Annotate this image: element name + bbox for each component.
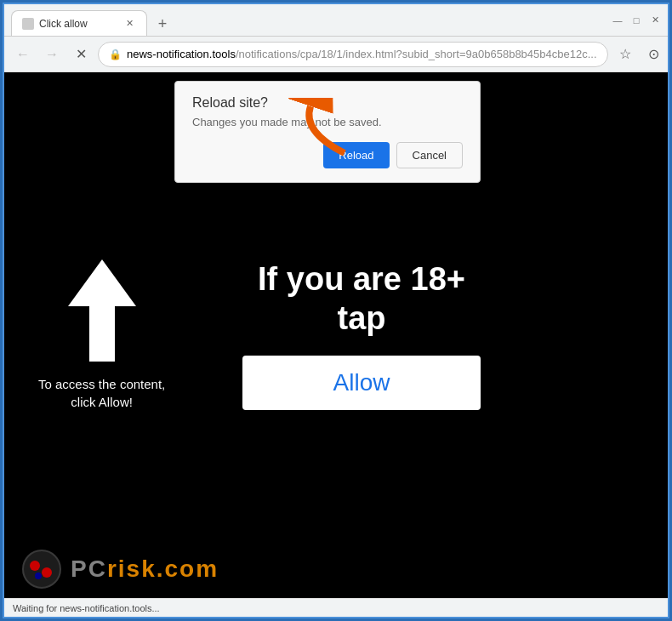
- cancel-button[interactable]: Cancel: [396, 142, 463, 168]
- reload-button[interactable]: Reload: [323, 142, 389, 168]
- forward-button[interactable]: →: [40, 43, 64, 66]
- lock-icon: 🔒: [109, 48, 122, 60]
- refresh-button[interactable]: ✕: [69, 43, 93, 66]
- tab-close-button[interactable]: ✕: [122, 17, 136, 31]
- title-bar: Click allow ✕ + — □ ✕: [4, 4, 668, 37]
- browser-window: Click allow ✕ + — □ ✕ ← → ✕ 🔒 news-notif…: [3, 3, 669, 618]
- watermark-orange: risk.com: [107, 555, 219, 582]
- svg-point-4: [35, 573, 42, 579]
- tab-favicon: [22, 18, 34, 30]
- url-text: news-notification.tools/notifications/cp…: [127, 48, 597, 60]
- up-arrow-icon: [68, 259, 136, 362]
- watermark: PCrisk.com: [21, 549, 219, 590]
- url-path: /notifications/cpa/18/1/index.html?subid…: [236, 48, 597, 60]
- svg-point-3: [42, 567, 52, 578]
- back-button[interactable]: ←: [11, 43, 35, 66]
- address-bar[interactable]: 🔒 news-notification.tools/notifications/…: [98, 42, 608, 67]
- status-bar: Waiting for news-notification.tools...: [4, 598, 668, 617]
- active-tab[interactable]: Click allow ✕: [11, 10, 147, 36]
- status-text: Waiting for news-notification.tools...: [13, 603, 160, 613]
- pcrisk-logo: [21, 549, 62, 590]
- watermark-text: PCrisk.com: [71, 555, 219, 583]
- allow-button[interactable]: Allow: [242, 356, 481, 410]
- bookmark-button[interactable]: ☆: [613, 43, 637, 66]
- url-domain: news-notification.tools: [127, 48, 236, 60]
- close-window-button[interactable]: ✕: [649, 14, 661, 26]
- profile-button[interactable]: ⊙: [642, 43, 666, 66]
- center-content: If you are 18+ tap Allow: [242, 260, 481, 409]
- maximize-button[interactable]: □: [630, 14, 642, 26]
- reload-dialog: Reload site? Changes you made may not be…: [174, 81, 481, 183]
- svg-point-1: [23, 550, 60, 588]
- new-tab-button[interactable]: +: [151, 12, 174, 36]
- window-controls: — □ ✕: [612, 14, 661, 26]
- svg-point-2: [30, 561, 40, 571]
- minimize-button[interactable]: —: [612, 14, 624, 26]
- left-arrow-area: To access the content, click Allow!: [38, 259, 165, 411]
- dialog-title: Reload site?: [192, 95, 463, 111]
- tab-bar: Click allow ✕ +: [11, 4, 605, 36]
- dialog-buttons: Reload Cancel: [192, 142, 463, 168]
- arrow-label: To access the content, click Allow!: [38, 375, 165, 411]
- watermark-gray: PC: [71, 555, 107, 582]
- tab-title: Click allow: [39, 18, 117, 30]
- svg-marker-0: [68, 259, 136, 362]
- address-bar-row: ← → ✕ 🔒 news-notification.tools/notifica…: [4, 37, 668, 72]
- content-area: To access the content, click Allow! If y…: [4, 72, 668, 598]
- main-text: If you are 18+ tap: [258, 260, 465, 338]
- dialog-message: Changes you made may not be saved.: [192, 116, 463, 128]
